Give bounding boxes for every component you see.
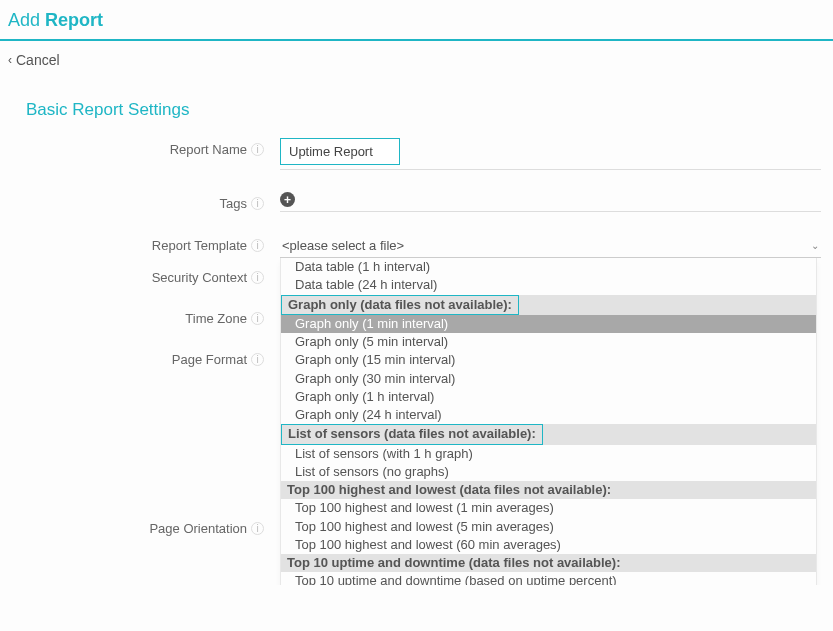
- info-icon[interactable]: i: [251, 312, 264, 325]
- chevron-down-icon: ⌄: [811, 240, 819, 251]
- cancel-link[interactable]: ‹ Cancel: [8, 52, 60, 68]
- settings-form: Report Name i Tags i + Report Template i…: [0, 138, 833, 563]
- row-report-template: Report Template i <please select a file>…: [26, 234, 821, 258]
- template-option-group: Top 100 highest and lowest (data files n…: [281, 481, 816, 499]
- label-page-format: Page Format i: [26, 348, 280, 367]
- template-option[interactable]: Top 10 uptime and downtime (based on upt…: [281, 572, 816, 585]
- label-security-context: Security Context i: [26, 266, 280, 285]
- page-header: Add Report: [0, 0, 833, 41]
- template-option[interactable]: Graph only (5 min interval): [281, 333, 816, 351]
- label-report-template: Report Template i: [26, 234, 280, 253]
- template-option[interactable]: Data table (24 h interval): [281, 276, 816, 294]
- section-title: Basic Report Settings: [0, 78, 833, 138]
- add-tag-button[interactable]: +: [280, 192, 295, 207]
- cancel-label: Cancel: [16, 52, 60, 68]
- row-report-name: Report Name i: [26, 138, 821, 170]
- info-icon[interactable]: i: [251, 239, 264, 252]
- label-report-name: Report Name i: [26, 138, 280, 157]
- report-name-input[interactable]: [280, 138, 400, 165]
- template-dropdown[interactable]: Data table (1 h interval)Data table (24 …: [280, 258, 817, 585]
- row-tags: Tags i +: [26, 192, 821, 212]
- input-col-template: <please select a file> ⌄ Data table (1 h…: [280, 234, 821, 258]
- template-select[interactable]: <please select a file> ⌄: [280, 234, 821, 258]
- template-option[interactable]: Top 100 highest and lowest (1 min averag…: [281, 499, 816, 517]
- input-col-tags: +: [280, 192, 821, 212]
- info-icon[interactable]: i: [251, 522, 264, 535]
- page-title: Add Report: [8, 10, 103, 30]
- template-option-group-label: List of sensors (data files not availabl…: [281, 424, 543, 444]
- template-option-group-label: Graph only (data files not available):: [281, 295, 519, 315]
- label-time-zone: Time Zone i: [26, 307, 280, 326]
- info-icon[interactable]: i: [251, 353, 264, 366]
- template-option[interactable]: Data table (1 h interval): [281, 258, 816, 276]
- title-bold: Report: [45, 10, 103, 30]
- chevron-left-icon: ‹: [8, 53, 12, 67]
- template-option[interactable]: List of sensors (with 1 h graph): [281, 445, 816, 463]
- info-icon[interactable]: i: [251, 143, 264, 156]
- label-tags: Tags i: [26, 192, 280, 211]
- template-option[interactable]: Graph only (1 min interval): [281, 315, 816, 333]
- template-option[interactable]: Graph only (30 min interval): [281, 370, 816, 388]
- template-option[interactable]: Graph only (15 min interval): [281, 351, 816, 369]
- input-col-report-name: [280, 138, 821, 170]
- template-option-group: Graph only (data files not available):: [281, 295, 816, 315]
- template-option[interactable]: Graph only (1 h interval): [281, 388, 816, 406]
- template-option[interactable]: Graph only (24 h interval): [281, 406, 816, 424]
- template-placeholder: <please select a file>: [282, 238, 404, 253]
- template-option[interactable]: Top 100 highest and lowest (60 min avera…: [281, 536, 816, 554]
- template-option[interactable]: List of sensors (no graphs): [281, 463, 816, 481]
- template-option[interactable]: Top 100 highest and lowest (5 min averag…: [281, 518, 816, 536]
- info-icon[interactable]: i: [251, 271, 264, 284]
- info-icon[interactable]: i: [251, 197, 264, 210]
- title-prefix: Add: [8, 10, 45, 30]
- template-option-group: Top 10 uptime and downtime (data files n…: [281, 554, 816, 572]
- template-option-group: List of sensors (data files not availabl…: [281, 424, 816, 444]
- cancel-row: ‹ Cancel: [0, 41, 833, 78]
- label-page-orientation: Page Orientation i: [26, 517, 280, 536]
